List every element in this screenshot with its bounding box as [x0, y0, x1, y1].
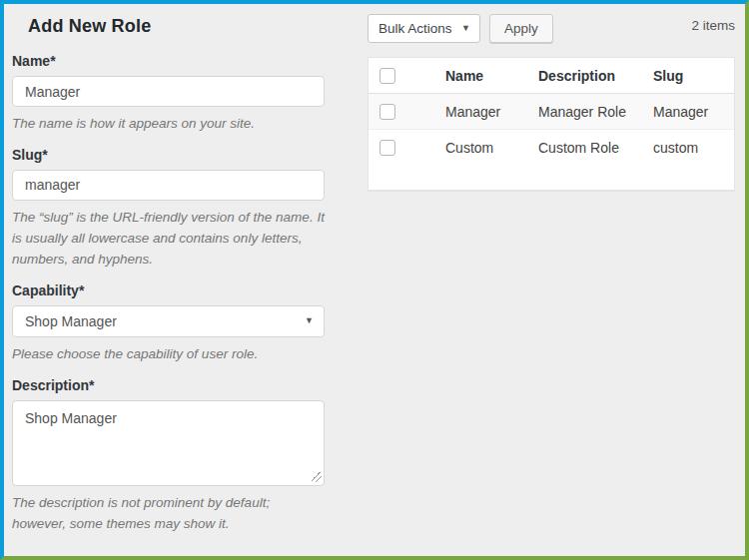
select-all-cell [369, 68, 438, 84]
capability-selected-value: Shop Manager [25, 313, 117, 329]
role-name: Manager [438, 104, 531, 120]
bulk-actions-select[interactable]: Bulk Actions ▼ [368, 14, 480, 43]
roles-list-panel: Bulk Actions ▼ Apply 2 items Name Descri… [368, 14, 735, 191]
row-select-cell [369, 104, 438, 120]
capability-select[interactable]: Shop Manager ▼ [12, 305, 325, 337]
description-field-wrap: Shop Manager [12, 400, 325, 486]
roles-table: Name Description Slug Manager Manager Ro… [368, 57, 735, 191]
name-input[interactable] [12, 76, 325, 107]
chevron-down-icon: ▼ [305, 316, 314, 325]
column-header-name: Name [438, 68, 531, 84]
chevron-down-icon: ▼ [461, 24, 470, 33]
capability-label: Capability* [12, 282, 325, 298]
role-slug: Manager [646, 104, 734, 120]
table-row: Manager Manager Role Manager [369, 94, 734, 130]
capability-help: Please choose the capability of user rol… [12, 344, 325, 365]
add-role-form: Add New Role Name* The name is how it ap… [12, 10, 325, 560]
slug-label: Slug* [12, 147, 325, 163]
name-label: Name* [12, 53, 325, 69]
description-textarea[interactable]: Shop Manager [12, 400, 325, 486]
select-all-checkbox[interactable] [379, 68, 395, 84]
description-label: Description* [12, 377, 325, 393]
row-select-cell [369, 140, 438, 156]
table-header-row: Name Description Slug [369, 58, 734, 94]
column-header-slug: Slug [646, 68, 734, 84]
list-toolbar: Bulk Actions ▼ Apply 2 items [368, 14, 735, 43]
description-help: The description is not prominent by defa… [12, 493, 325, 535]
items-count: 2 items [691, 14, 735, 33]
column-header-description: Description [531, 68, 646, 84]
slug-input[interactable] [12, 170, 325, 201]
role-description: Manager Role [531, 104, 646, 120]
name-help: The name is how it appears on your site. [12, 114, 325, 135]
table-row: Custom Custom Role custom [369, 130, 734, 166]
page-title: Add New Role [28, 16, 325, 37]
row-checkbox[interactable] [379, 104, 395, 120]
add-new-role-page: Add New Role Name* The name is how it ap… [0, 0, 749, 560]
bulk-actions-selected-value: Bulk Actions [378, 21, 452, 36]
role-name: Custom [438, 140, 531, 156]
row-checkbox[interactable] [379, 140, 395, 156]
role-description: Custom Role [531, 140, 646, 156]
slug-help: The “slug” is the URL-friendly version o… [12, 208, 325, 271]
apply-button[interactable]: Apply [489, 14, 553, 43]
role-slug: custom [646, 140, 734, 156]
resize-handle-icon[interactable] [312, 472, 322, 482]
